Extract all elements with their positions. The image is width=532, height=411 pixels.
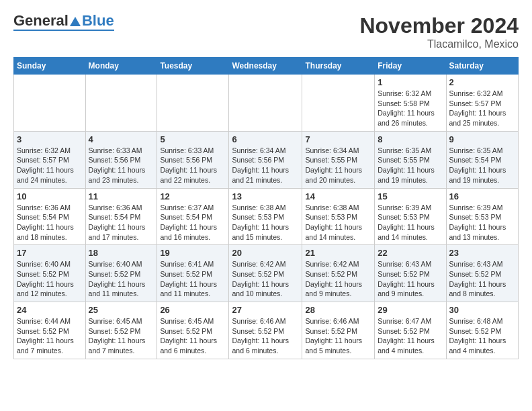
day-info: Sunrise: 6:46 AM Sunset: 5:52 PM Dayligh…	[232, 316, 299, 356]
day-number: 15	[378, 191, 443, 201]
day-number: 16	[449, 191, 515, 201]
day-number: 14	[305, 191, 371, 201]
day-number: 3	[17, 134, 83, 144]
calendar-cell: 15Sunrise: 6:39 AM Sunset: 5:53 PM Dayli…	[375, 188, 446, 245]
day-info: Sunrise: 6:47 AM Sunset: 5:52 PM Dayligh…	[378, 316, 443, 356]
day-info: Sunrise: 6:36 AM Sunset: 5:54 PM Dayligh…	[89, 203, 154, 242]
calendar-cell: 20Sunrise: 6:42 AM Sunset: 5:52 PM Dayli…	[229, 245, 302, 302]
day-number: 8	[378, 134, 443, 144]
day-info: Sunrise: 6:40 AM Sunset: 5:52 PM Dayligh…	[89, 259, 154, 299]
day-info: Sunrise: 6:33 AM Sunset: 5:56 PM Dayligh…	[89, 146, 154, 185]
day-info: Sunrise: 6:38 AM Sunset: 5:53 PM Dayligh…	[305, 203, 371, 242]
calendar-cell: 22Sunrise: 6:43 AM Sunset: 5:52 PM Dayli…	[375, 245, 446, 302]
day-info: Sunrise: 6:36 AM Sunset: 5:54 PM Dayligh…	[17, 203, 83, 242]
day-number: 19	[160, 248, 226, 258]
day-info: Sunrise: 6:43 AM Sunset: 5:52 PM Dayligh…	[449, 259, 515, 299]
weekday-header-row: SundayMondayTuesdayWednesdayThursdayFrid…	[14, 58, 519, 75]
calendar-title: November 2024	[359, 13, 519, 38]
day-info: Sunrise: 6:45 AM Sunset: 5:52 PM Dayligh…	[160, 316, 226, 356]
day-info: Sunrise: 6:44 AM Sunset: 5:52 PM Dayligh…	[17, 316, 83, 356]
logo-text: General Blue	[13, 13, 114, 28]
calendar-cell: 16Sunrise: 6:39 AM Sunset: 5:53 PM Dayli…	[446, 188, 518, 245]
calendar-cell: 21Sunrise: 6:42 AM Sunset: 5:52 PM Dayli…	[302, 245, 375, 302]
calendar-cell: 13Sunrise: 6:38 AM Sunset: 5:53 PM Dayli…	[229, 188, 302, 245]
day-number: 7	[305, 134, 371, 144]
day-number: 30	[449, 305, 515, 315]
day-info: Sunrise: 6:41 AM Sunset: 5:52 PM Dayligh…	[160, 259, 226, 299]
calendar-cell	[302, 75, 375, 132]
weekday-header-tuesday: Tuesday	[157, 58, 229, 75]
calendar-cell: 7Sunrise: 6:34 AM Sunset: 5:55 PM Daylig…	[302, 131, 375, 188]
day-info: Sunrise: 6:34 AM Sunset: 5:56 PM Dayligh…	[232, 146, 299, 185]
day-info: Sunrise: 6:43 AM Sunset: 5:52 PM Dayligh…	[378, 259, 443, 299]
day-info: Sunrise: 6:37 AM Sunset: 5:54 PM Dayligh…	[160, 203, 226, 242]
calendar-cell: 8Sunrise: 6:35 AM Sunset: 5:55 PM Daylig…	[375, 131, 446, 188]
page: General Blue November 2024 Tlacamilco, M…	[0, 0, 532, 366]
calendar-cell: 10Sunrise: 6:36 AM Sunset: 5:54 PM Dayli…	[14, 188, 86, 245]
day-number: 27	[232, 305, 299, 315]
day-info: Sunrise: 6:42 AM Sunset: 5:52 PM Dayligh…	[232, 259, 299, 299]
day-info: Sunrise: 6:45 AM Sunset: 5:52 PM Dayligh…	[89, 316, 154, 356]
calendar-cell: 25Sunrise: 6:45 AM Sunset: 5:52 PM Dayli…	[85, 302, 157, 359]
day-number: 29	[378, 305, 443, 315]
day-number: 9	[449, 134, 515, 144]
calendar-cell: 11Sunrise: 6:36 AM Sunset: 5:54 PM Dayli…	[85, 188, 157, 245]
day-number: 22	[378, 248, 443, 258]
calendar-table: SundayMondayTuesdayWednesdayThursdayFrid…	[13, 57, 519, 359]
calendar-cell: 6Sunrise: 6:34 AM Sunset: 5:56 PM Daylig…	[229, 131, 302, 188]
calendar-week-row: 3Sunrise: 6:32 AM Sunset: 5:57 PM Daylig…	[14, 131, 519, 188]
logo-general-text: General	[13, 13, 69, 28]
logo-underline	[13, 30, 114, 31]
calendar-cell: 26Sunrise: 6:45 AM Sunset: 5:52 PM Dayli…	[157, 302, 229, 359]
day-number: 17	[17, 248, 83, 258]
day-info: Sunrise: 6:38 AM Sunset: 5:53 PM Dayligh…	[232, 203, 299, 242]
day-number: 25	[89, 305, 154, 315]
calendar-cell: 29Sunrise: 6:47 AM Sunset: 5:52 PM Dayli…	[375, 302, 446, 359]
day-number: 12	[160, 191, 226, 201]
day-number: 10	[17, 191, 83, 201]
calendar-cell: 24Sunrise: 6:44 AM Sunset: 5:52 PM Dayli…	[14, 302, 86, 359]
calendar-week-row: 24Sunrise: 6:44 AM Sunset: 5:52 PM Dayli…	[14, 302, 519, 359]
weekday-header-wednesday: Wednesday	[229, 58, 302, 75]
day-number: 20	[232, 248, 299, 258]
weekday-header-monday: Monday	[85, 58, 157, 75]
svg-marker-0	[70, 17, 81, 26]
weekday-header-sunday: Sunday	[14, 58, 86, 75]
day-number: 23	[449, 248, 515, 258]
day-info: Sunrise: 6:39 AM Sunset: 5:53 PM Dayligh…	[449, 203, 515, 242]
day-info: Sunrise: 6:32 AM Sunset: 5:57 PM Dayligh…	[17, 146, 83, 185]
logo: General Blue	[13, 13, 114, 31]
day-info: Sunrise: 6:34 AM Sunset: 5:55 PM Dayligh…	[305, 146, 371, 185]
calendar-cell: 9Sunrise: 6:35 AM Sunset: 5:54 PM Daylig…	[446, 131, 518, 188]
weekday-header-saturday: Saturday	[446, 58, 518, 75]
day-number: 5	[160, 134, 226, 144]
day-number: 13	[232, 191, 299, 201]
calendar-cell: 19Sunrise: 6:41 AM Sunset: 5:52 PM Dayli…	[157, 245, 229, 302]
header: General Blue November 2024 Tlacamilco, M…	[13, 13, 519, 50]
logo-blue-text: Blue	[82, 13, 114, 28]
calendar-cell: 1Sunrise: 6:32 AM Sunset: 5:58 PM Daylig…	[375, 75, 446, 132]
calendar-cell: 5Sunrise: 6:33 AM Sunset: 5:56 PM Daylig…	[157, 131, 229, 188]
day-info: Sunrise: 6:46 AM Sunset: 5:52 PM Dayligh…	[305, 316, 371, 356]
calendar-cell: 28Sunrise: 6:46 AM Sunset: 5:52 PM Dayli…	[302, 302, 375, 359]
day-number: 6	[232, 134, 299, 144]
logo-triangle-icon	[69, 13, 82, 28]
day-info: Sunrise: 6:35 AM Sunset: 5:54 PM Dayligh…	[449, 146, 515, 185]
day-number: 26	[160, 305, 226, 315]
calendar-subtitle: Tlacamilco, Mexico	[359, 38, 519, 50]
calendar-cell: 2Sunrise: 6:32 AM Sunset: 5:57 PM Daylig…	[446, 75, 518, 132]
day-info: Sunrise: 6:39 AM Sunset: 5:53 PM Dayligh…	[378, 203, 443, 242]
day-number: 1	[378, 77, 443, 87]
calendar-cell: 18Sunrise: 6:40 AM Sunset: 5:52 PM Dayli…	[85, 245, 157, 302]
title-block: November 2024 Tlacamilco, Mexico	[359, 13, 519, 50]
day-info: Sunrise: 6:40 AM Sunset: 5:52 PM Dayligh…	[17, 259, 83, 299]
calendar-cell: 30Sunrise: 6:48 AM Sunset: 5:52 PM Dayli…	[446, 302, 518, 359]
calendar-cell	[14, 75, 86, 132]
calendar-week-row: 1Sunrise: 6:32 AM Sunset: 5:58 PM Daylig…	[14, 75, 519, 132]
calendar-cell: 3Sunrise: 6:32 AM Sunset: 5:57 PM Daylig…	[14, 131, 86, 188]
calendar-cell: 14Sunrise: 6:38 AM Sunset: 5:53 PM Dayli…	[302, 188, 375, 245]
weekday-header-thursday: Thursday	[302, 58, 375, 75]
day-number: 18	[89, 248, 154, 258]
calendar-week-row: 10Sunrise: 6:36 AM Sunset: 5:54 PM Dayli…	[14, 188, 519, 245]
day-number: 28	[305, 305, 371, 315]
